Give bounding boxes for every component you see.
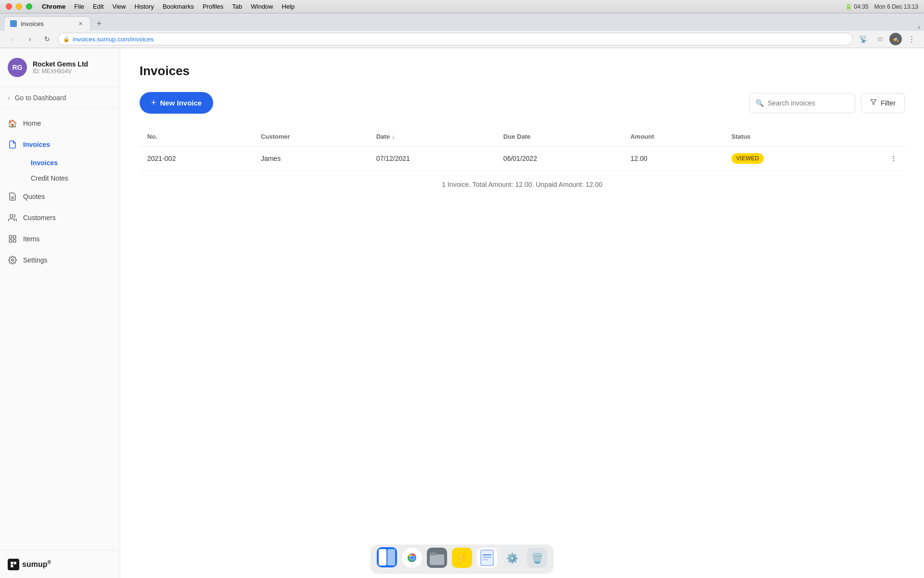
- search-input[interactable]: [768, 99, 852, 107]
- status-badge: VIEWED: [732, 153, 764, 164]
- tab-bar: Invoices ✕ + ›: [0, 13, 924, 31]
- sidebar-item-items[interactable]: Items: [0, 228, 120, 250]
- menu-window[interactable]: Window: [251, 3, 273, 10]
- notes-folder-icon: [427, 548, 447, 571]
- tab-close-btn[interactable]: ✕: [77, 20, 84, 27]
- address-bar[interactable]: 🔒 invoices.sumup.com/invoices: [58, 33, 853, 45]
- menu-edit[interactable]: Edit: [93, 3, 103, 10]
- col-header-customer: Customer: [253, 127, 369, 146]
- tab-list-btn[interactable]: ›: [918, 23, 920, 31]
- cast-icon[interactable]: 📡: [857, 32, 870, 46]
- maximize-window-btn[interactable]: [26, 3, 32, 10]
- menu-history[interactable]: History: [134, 3, 154, 10]
- cell-status: VIEWED: [724, 146, 847, 171]
- nav-right-controls: 📡 ☆ 🕵 ⋮: [857, 32, 918, 46]
- tab-title: Invoices: [21, 20, 44, 27]
- toolbar: + New Invoice 🔍 Filter: [140, 92, 905, 114]
- sidebar-profile: RG Rocket Gems Ltd ID: MEXH934V: [0, 48, 120, 87]
- sidebar-item-settings[interactable]: Settings: [0, 250, 120, 271]
- sidebar-item-home[interactable]: 🏠 Home: [0, 113, 120, 134]
- new-tab-btn[interactable]: +: [92, 17, 106, 31]
- svg-text:⚙️: ⚙️: [506, 552, 518, 564]
- dock-item-finder[interactable]: [375, 548, 398, 571]
- active-tab[interactable]: Invoices ✕: [4, 16, 90, 31]
- more-options-icon[interactable]: ⋮: [905, 32, 918, 46]
- menu-chrome[interactable]: Chrome: [42, 3, 65, 10]
- lock-icon: 🔒: [63, 36, 70, 42]
- search-filter-area: 🔍 Filter: [749, 93, 905, 113]
- svg-rect-13: [379, 549, 386, 565]
- table-row[interactable]: 2021-002 James 07/12/2021 06/01/2022 12.…: [140, 146, 905, 171]
- filter-label: Filter: [881, 99, 896, 107]
- sidebar-item-invoices[interactable]: Invoices: [0, 134, 120, 155]
- menu-tab[interactable]: Tab: [232, 3, 242, 10]
- sumup-logo: sumup®: [8, 559, 112, 570]
- profile-info: Rocket Gems Ltd ID: MEXH934V: [33, 60, 88, 75]
- svg-rect-28: [483, 557, 491, 558]
- cell-date: 07/12/2021: [369, 146, 496, 171]
- finder-icon: [377, 547, 397, 571]
- menu-help[interactable]: Help: [282, 3, 295, 10]
- forward-btn[interactable]: ›: [23, 32, 37, 46]
- main-content: Invoices + New Invoice 🔍 Filter: [120, 48, 924, 578]
- svg-rect-3: [9, 236, 12, 238]
- svg-rect-27: [483, 554, 491, 555]
- svg-rect-20: [430, 554, 444, 565]
- menu-view[interactable]: View: [112, 3, 126, 10]
- sumup-logo-icon: [8, 559, 19, 570]
- menu-file[interactable]: File: [74, 3, 84, 10]
- invoice-tbody: 2021-002 James 07/12/2021 06/01/2022 12.…: [140, 146, 905, 171]
- reload-btn[interactable]: ↻: [40, 32, 54, 46]
- sidebar-item-home-label: Home: [23, 119, 41, 127]
- avatar: RG: [8, 58, 27, 77]
- new-invoice-button[interactable]: + New Invoice: [140, 92, 213, 114]
- menu-bookmarks[interactable]: Bookmarks: [163, 3, 194, 10]
- svg-marker-11: [871, 100, 876, 105]
- col-header-date[interactable]: Date ↓: [369, 127, 496, 146]
- sidebar-item-quotes[interactable]: Quotes: [0, 186, 120, 207]
- menu-profiles[interactable]: Profiles: [203, 3, 223, 10]
- customers-icon: [8, 213, 17, 223]
- dock-item-migrate[interactable]: ⚙️: [500, 548, 524, 571]
- profile-name: Rocket Gems Ltd: [33, 60, 88, 68]
- svg-rect-21: [430, 552, 436, 555]
- minimize-window-btn[interactable]: [16, 3, 22, 10]
- table-header: No. Customer Date ↓ Due Date: [140, 127, 905, 146]
- svg-rect-5: [9, 240, 12, 242]
- dock-item-notes[interactable]: [425, 548, 449, 571]
- items-icon: [8, 234, 17, 244]
- traffic-lights: [6, 3, 32, 10]
- tab-favicon: [10, 20, 17, 27]
- back-btn[interactable]: ‹: [6, 32, 19, 46]
- sidebar-footer: sumup®: [0, 551, 120, 578]
- incognito-profile-btn[interactable]: 🕵: [889, 33, 902, 45]
- home-icon: 🏠: [8, 118, 17, 128]
- sidebar: RG Rocket Gems Ltd ID: MEXH934V ‹ Go to …: [0, 48, 120, 578]
- search-box[interactable]: 🔍: [749, 93, 855, 113]
- cell-due-date: 06/01/2022: [496, 146, 623, 171]
- nav-bar: ‹ › ↻ 🔒 invoices.sumup.com/invoices 📡 ☆ …: [0, 31, 924, 48]
- sidebar-sub-invoices[interactable]: Invoices: [23, 155, 120, 171]
- svg-rect-9: [14, 562, 16, 564]
- dock-item-bolt[interactable]: ⚡: [450, 548, 474, 571]
- sidebar-nav: 🏠 Home Invoices Invoices Credit Notes: [0, 109, 120, 551]
- sidebar-sub-credit-notes[interactable]: Credit Notes: [23, 171, 120, 186]
- doc-icon: [477, 548, 497, 571]
- go-to-dashboard-btn[interactable]: ‹ Go to Dashboard: [0, 87, 120, 109]
- dock-item-trash[interactable]: 🗑️: [526, 548, 549, 571]
- table-summary: 1 Invoice. Total Amount: 12.00. Unpaid A…: [140, 171, 905, 198]
- filter-button[interactable]: Filter: [861, 93, 905, 113]
- row-actions-btn[interactable]: ⋮: [847, 146, 905, 171]
- cell-invoice-no: 2021-002: [140, 146, 253, 171]
- bookmark-star-icon[interactable]: ☆: [873, 32, 886, 46]
- sidebar-sub-items: Invoices Credit Notes: [0, 155, 120, 186]
- close-window-btn[interactable]: [6, 3, 12, 10]
- dock-item-doc[interactable]: [475, 548, 499, 571]
- dock-item-chrome[interactable]: [400, 548, 424, 571]
- go-to-dashboard-label: Go to Dashboard: [15, 94, 66, 102]
- svg-rect-29: [483, 559, 488, 560]
- dock: ⚡ ⚙️ 🗑️: [370, 544, 554, 574]
- sidebar-item-customers[interactable]: Customers: [0, 207, 120, 228]
- filter-icon: [870, 99, 877, 107]
- settings-icon: [8, 255, 17, 265]
